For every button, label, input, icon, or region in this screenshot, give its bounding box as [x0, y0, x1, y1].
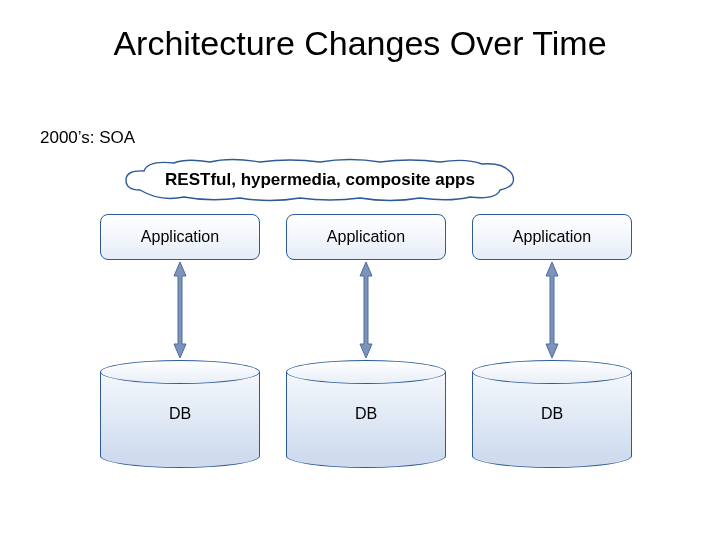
database-cylinder: DB [286, 360, 446, 468]
slide-title: Architecture Changes Over Time [0, 24, 720, 63]
application-label: Application [327, 228, 405, 246]
era-label: 2000’s: SOA [40, 128, 135, 148]
application-box: Application [286, 214, 446, 260]
svg-marker-1 [360, 262, 372, 358]
double-arrow-icon [172, 262, 188, 358]
application-box: Application [100, 214, 260, 260]
database-label: DB [100, 360, 260, 468]
cloud-label: RESTful, hypermedia, composite apps [120, 156, 520, 204]
cloud-shape: RESTful, hypermedia, composite apps [120, 156, 520, 204]
database-cylinder: DB [100, 360, 260, 468]
svg-marker-0 [174, 262, 186, 358]
double-arrow-icon [358, 262, 374, 358]
svg-marker-2 [546, 262, 558, 358]
database-label: DB [472, 360, 632, 468]
database-cylinder: DB [472, 360, 632, 468]
application-box: Application [472, 214, 632, 260]
database-label: DB [286, 360, 446, 468]
double-arrow-icon [544, 262, 560, 358]
application-label: Application [513, 228, 591, 246]
application-label: Application [141, 228, 219, 246]
